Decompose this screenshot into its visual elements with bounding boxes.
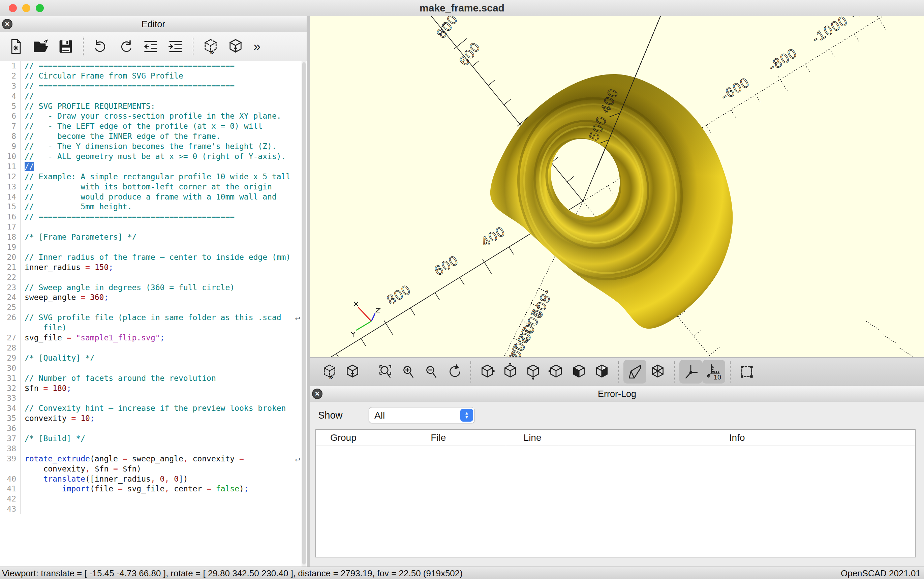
code-line[interactable]: 17 (0, 222, 307, 232)
code-line[interactable]: 31// Number of facets around the revolut… (0, 373, 307, 384)
line-number: 9 (0, 142, 21, 152)
perspective-button[interactable] (624, 360, 646, 384)
code-line[interactable]: 4// (0, 92, 307, 101)
preview-button[interactable]: » (318, 360, 341, 384)
zoom-all-button[interactable] (374, 360, 397, 384)
code-line[interactable]: 43 (0, 504, 307, 514)
show-filter-dropdown[interactable]: All ▲▼ (369, 407, 475, 423)
code-line[interactable]: file) (0, 323, 307, 333)
code-line[interactable]: 3// ====================================… (0, 81, 307, 92)
scale-markers-button[interactable]: 10 (702, 360, 725, 384)
view-top-button[interactable] (499, 360, 522, 384)
preview-button[interactable]: » (198, 34, 223, 59)
redo-button[interactable] (113, 34, 138, 59)
line-number: 32 (0, 384, 21, 394)
code-line[interactable]: convexity, $fn = $fn) (0, 464, 307, 474)
code-line[interactable]: 22 (0, 273, 307, 283)
code-line[interactable]: 35convexity = 10; (0, 414, 307, 424)
code-line[interactable]: 39rotate_extrude(angle = sweep_angle, co… (0, 454, 307, 464)
code-line[interactable]: 32$fn = 180; (0, 384, 307, 394)
code-line[interactable]: 8// become the INNER edge of the frame. (0, 131, 307, 142)
render-icon (227, 38, 244, 55)
code-line[interactable]: 30 (0, 363, 307, 373)
errorlog-column-group[interactable]: Group (316, 430, 371, 445)
editor-scrollbar[interactable] (302, 61, 306, 566)
view-right-icon (479, 363, 496, 380)
show-filter-label: Show (318, 410, 369, 421)
render-button[interactable] (223, 34, 248, 59)
render-button[interactable] (341, 360, 364, 384)
reset-view-icon (446, 363, 463, 380)
code-line[interactable]: 28 (0, 343, 307, 353)
code-line[interactable]: 42 (0, 494, 307, 504)
code-line[interactable]: 34// Convexity hint – increase if the pr… (0, 403, 307, 414)
code-line[interactable]: 37/* [Build] */ (0, 434, 307, 444)
unindent-button[interactable] (138, 34, 163, 59)
view-front-icon (570, 363, 588, 380)
line-number: 23 (0, 283, 21, 293)
errorlog-column-info[interactable]: Info (559, 430, 915, 445)
code-line[interactable]: 25 (0, 303, 307, 313)
code-line[interactable]: 7// - The LEFT edge of the profile (at x… (0, 121, 307, 131)
line-number: 17 (0, 222, 21, 232)
viewport-canvas[interactable]: 400600800-600-800-1000-1200 600800 -800-… (310, 16, 924, 357)
line-number: 37 (0, 434, 21, 444)
code-line[interactable]: 29/* [Quality] */ (0, 353, 307, 363)
line-wrap-icon: ↵ (295, 313, 300, 323)
code-line[interactable]: 14// would produce a frame with a 10mm w… (0, 192, 307, 202)
new-file-button[interactable] (3, 34, 28, 59)
view-front-button[interactable] (568, 360, 590, 384)
editor-header: ✕ Editor (0, 16, 307, 32)
view-right-button[interactable] (476, 360, 499, 384)
errorlog-column-line[interactable]: Line (506, 430, 559, 445)
view-bottom-button[interactable] (522, 360, 545, 384)
dropdown-stepper-icon: ▲▼ (460, 409, 473, 422)
code-line[interactable]: 13// with its bottom-left corner at the … (0, 182, 307, 192)
code-line[interactable]: 1// ====================================… (0, 61, 307, 71)
code-line[interactable]: 19 (0, 242, 307, 252)
orthographic-button[interactable] (646, 360, 669, 384)
toolbar-overflow-button[interactable]: » (253, 39, 261, 54)
open-button[interactable] (28, 34, 53, 59)
undo-button[interactable] (88, 34, 113, 59)
code-line[interactable]: 26// SVG profile file (place in same fol… (0, 313, 307, 323)
code-line[interactable]: 11// (0, 162, 307, 172)
code-line[interactable]: 38 (0, 444, 307, 454)
code-line[interactable]: 36 (0, 424, 307, 434)
view-left-button[interactable] (545, 360, 568, 384)
code-line[interactable]: 18/* [Frame Parameters] */ (0, 232, 307, 242)
code-line[interactable]: 27svg_file = "sample1_flip.svg"; (0, 333, 307, 343)
line-number: 12 (0, 172, 21, 182)
line-number: 21 (0, 263, 21, 273)
3d-viewport[interactable]: 400600800-600-800-1000-1200 600800 -800-… (310, 16, 924, 357)
code-line[interactable]: 5// SVG PROFILE REQUIREMENTS: (0, 101, 307, 111)
code-line[interactable]: 6// - Draw your cross-section profile in… (0, 111, 307, 121)
zoom-in-button[interactable] (397, 360, 420, 384)
code-line[interactable]: 2// Circular Frame from SVG Profile (0, 71, 307, 81)
code-line[interactable]: 21inner_radius = 150; (0, 263, 307, 273)
code-line[interactable]: 20// Inner radius of the frame – center … (0, 252, 307, 263)
code-editor[interactable]: 1// ====================================… (0, 61, 307, 566)
view-back-button[interactable] (590, 360, 613, 384)
code-line[interactable]: 24sweep_angle = 360; (0, 293, 307, 303)
indent-button[interactable] (163, 34, 188, 59)
line-number: 42 (0, 494, 21, 504)
zoom-out-button[interactable] (420, 360, 443, 384)
code-line[interactable]: 15// 5mm height. (0, 202, 307, 212)
show-axes-button[interactable] (679, 360, 702, 384)
code-line[interactable]: 41 import(file = svg_file, center = fals… (0, 484, 307, 494)
save-button[interactable] (53, 34, 78, 59)
reset-view-button[interactable] (443, 360, 466, 384)
code-line[interactable]: 16// ===================================… (0, 212, 307, 222)
view-all-button[interactable] (735, 360, 758, 384)
code-line[interactable]: 40 translate([inner_radius, 0, 0]) (0, 474, 307, 484)
code-line[interactable]: 12// Example: A simple rectangular profi… (0, 172, 307, 182)
code-line[interactable]: 10// - ALL geometry must be at x >= 0 (r… (0, 152, 307, 162)
code-line[interactable]: 33 (0, 393, 307, 403)
toolbar-separator (83, 36, 83, 57)
errorlog-column-file[interactable]: File (371, 430, 506, 445)
code-line[interactable]: 23// Sweep angle in degrees (360 = full … (0, 283, 307, 293)
line-number: 19 (0, 242, 21, 252)
code-line[interactable]: 9// - The Y dimension becomes the frame'… (0, 142, 307, 152)
open-icon (32, 38, 49, 55)
